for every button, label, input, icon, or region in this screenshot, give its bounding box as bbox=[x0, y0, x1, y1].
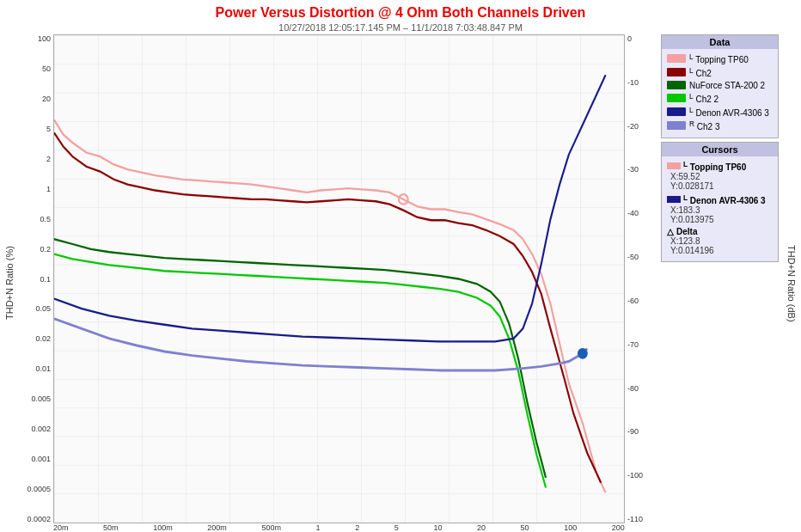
legend-label-2: L Ch2 bbox=[689, 66, 712, 78]
cursor-name-3: Delta bbox=[676, 227, 697, 236]
cursor-x-2: X:183.3 bbox=[667, 205, 773, 215]
cursor-y-3: Y:0.014196 bbox=[667, 246, 773, 255]
legend-label-1: L Topping TP60 bbox=[689, 52, 749, 64]
inner-chart-area: 100 50 20 5 2 1 0.5 0.2 0.1 0.05 0.02 0.… bbox=[19, 34, 782, 523]
right-panel: Data L Topping TP60 L Ch2 NuForce STA-20… bbox=[657, 34, 782, 523]
chart-plot: AP - Denon AVR-4306 - Easily beats NuFor… bbox=[53, 34, 625, 523]
chart-subtitle: 10/27/2018 12:05:17.145 PM – 11/1/2018 7… bbox=[0, 21, 801, 34]
cursor-name-1: L Topping TP60 bbox=[683, 160, 746, 172]
legend-item-6: R Ch2 3 bbox=[667, 119, 773, 131]
legend-label-5: L Denon AVR-4306 3 bbox=[689, 106, 769, 118]
swatch-2 bbox=[667, 68, 686, 76]
y-axis-right-label: THD+N Ratio (dB) bbox=[782, 34, 801, 532]
cursor-x-1: X:59.52 bbox=[667, 172, 773, 181]
y-ticks-right: 0 -10 -20 -30 -40 -50 -60 -70 -80 -90 -1… bbox=[625, 34, 657, 523]
legend-title: Data bbox=[662, 35, 778, 49]
swatch-6 bbox=[667, 121, 686, 130]
swatch-4 bbox=[667, 94, 686, 102]
cursor-y-1: Y:0.028171 bbox=[667, 181, 773, 191]
cursor-swatch-2 bbox=[667, 196, 681, 203]
cursor-entry-1: L Topping TP60 X:59.52 Y:0.028171 bbox=[667, 160, 773, 191]
cursor-dot-2 bbox=[578, 349, 588, 359]
chart-body: THD+N Ratio (%) 100 50 20 5 2 1 0.5 0.2 … bbox=[0, 34, 801, 532]
chart-svg bbox=[54, 35, 624, 523]
swatch-3 bbox=[667, 81, 686, 89]
cursor-title: Cursors bbox=[662, 143, 778, 156]
x-ticks: 20m 50m 100m 200m 500m 1 2 5 10 20 50 10… bbox=[53, 523, 625, 532]
x-axis-area: 20m 50m 100m 200m 500m 1 2 5 10 20 50 10… bbox=[19, 523, 782, 532]
y-ticks-left: 100 50 20 5 2 1 0.5 0.2 0.1 0.05 0.02 0.… bbox=[19, 34, 53, 523]
swatch-1 bbox=[667, 54, 686, 63]
chart-title: Power Versus Distortion @ 4 Ohm Both Cha… bbox=[0, 0, 801, 21]
cursor-x-3: X:123.8 bbox=[667, 236, 773, 246]
legend-label-6: R Ch2 3 bbox=[689, 119, 719, 131]
main-container: Power Versus Distortion @ 4 Ohm Both Cha… bbox=[0, 0, 801, 532]
legend-item-1: L Topping TP60 bbox=[667, 52, 773, 64]
legend-box: Data L Topping TP60 L Ch2 NuForce STA-20… bbox=[661, 34, 779, 138]
legend-item-4: L Ch2 2 bbox=[667, 92, 773, 104]
cursor-swatch-1 bbox=[667, 162, 681, 169]
legend-label-4: L Ch2 2 bbox=[689, 92, 718, 104]
legend-item-2: L Ch2 bbox=[667, 66, 773, 78]
legend-item-5: L Denon AVR-4306 3 bbox=[667, 106, 773, 118]
cursor-box: Cursors L Topping TP60 X:59.52 Y:0.02817… bbox=[661, 142, 779, 263]
cursor-name-2: L Denon AVR-4306 3 bbox=[683, 193, 766, 205]
delta-icon: △ bbox=[667, 227, 674, 236]
cursor-entry-2: L Denon AVR-4306 3 X:183.3 Y:0.013975 bbox=[667, 193, 773, 224]
cursor-entry-3: △ Delta X:123.8 Y:0.014196 bbox=[667, 227, 773, 255]
legend-item-3: NuForce STA-200 2 bbox=[667, 81, 773, 90]
legend-label-3: NuForce STA-200 2 bbox=[689, 81, 765, 90]
swatch-5 bbox=[667, 107, 686, 116]
cursor-y-2: Y:0.013975 bbox=[667, 215, 773, 224]
y-axis-left-label: THD+N Ratio (%) bbox=[0, 34, 19, 532]
